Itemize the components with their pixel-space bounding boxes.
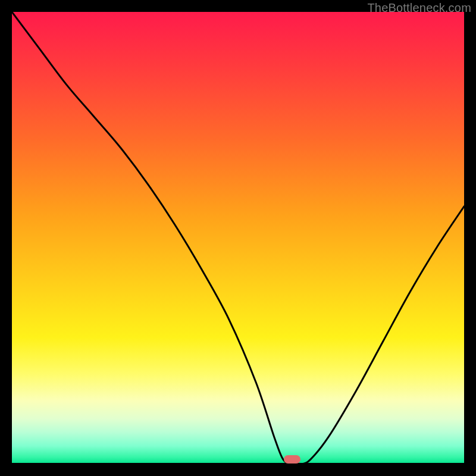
bottleneck-curve-svg (12, 12, 464, 464)
plot-area (12, 12, 464, 464)
optimal-marker (284, 455, 300, 464)
chart-frame: TheBottleneck.com (0, 0, 476, 476)
bottleneck-curve (12, 12, 464, 464)
